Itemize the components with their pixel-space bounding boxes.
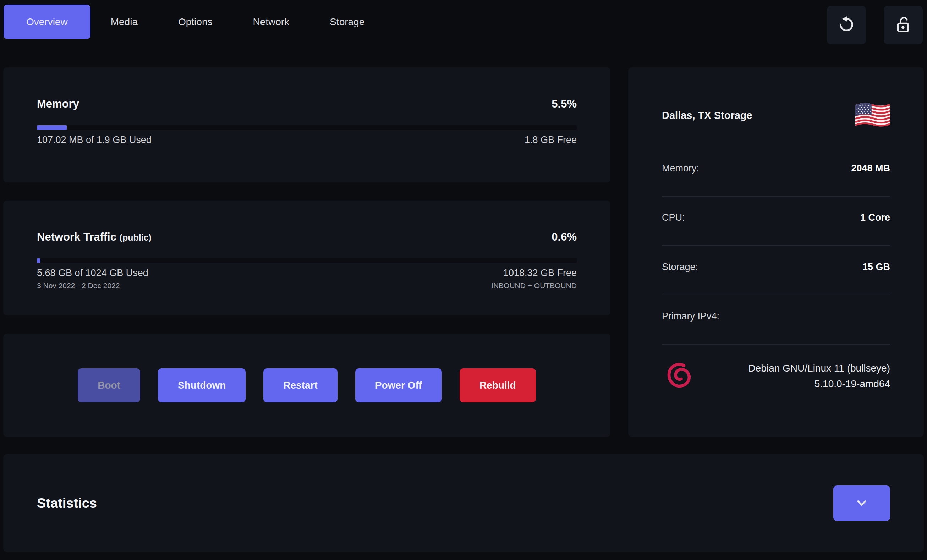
info-value: 2048 MB: [851, 163, 890, 174]
memory-title: Memory: [37, 97, 79, 110]
statistics-expand-button[interactable]: [833, 486, 890, 521]
info-row-primary-ipv4: Primary IPv4:: [662, 295, 890, 344]
memory-percent: 5.5%: [552, 97, 577, 110]
refresh-icon: [837, 15, 856, 35]
network-free-subtext: INBOUND + OUTBOUND: [491, 281, 577, 290]
network-date-range: 3 Nov 2022 - 2 Dec 2022: [37, 281, 120, 290]
info-label: Primary IPv4:: [662, 311, 719, 322]
memory-card: Memory 5.5% 107.02 MB of 1.9 GB Used 1.8…: [3, 67, 611, 182]
network-percent: 0.6%: [552, 231, 577, 243]
os-name: Debian GNU/Linux 11 (bullseye): [697, 361, 890, 376]
boot-button[interactable]: Boot: [78, 368, 140, 402]
statistics-card: Statistics: [3, 454, 924, 552]
os-info: Debian GNU/Linux 11 (bullseye) 5.10.0-19…: [662, 358, 890, 394]
memory-free-text: 1.8 GB Free: [524, 135, 577, 146]
info-row-memory: Memory: 2048 MB: [662, 147, 890, 197]
info-value: 15 GB: [862, 261, 890, 273]
info-label: Storage:: [662, 261, 698, 273]
tab-storage[interactable]: Storage: [310, 5, 385, 39]
tab-overview[interactable]: Overview: [3, 5, 91, 39]
network-progress-fill: [37, 258, 40, 263]
network-progress-track: [37, 258, 577, 263]
statistics-title: Statistics: [37, 496, 97, 511]
info-value: 1 Core: [860, 212, 890, 223]
memory-used-text: 107.02 MB of 1.9 GB Used: [37, 135, 152, 146]
info-label: CPU:: [662, 212, 685, 223]
network-title-main: Network Traffic: [37, 231, 116, 243]
network-title-suffix: (public): [120, 232, 152, 242]
power-actions-card: Boot Shutdown Restart Power Off Rebuild: [3, 334, 611, 437]
info-row-storage: Storage: 15 GB: [662, 246, 890, 295]
network-used-text: 5.68 GB of 1024 GB Used: [37, 267, 148, 279]
tab-media[interactable]: Media: [91, 5, 158, 39]
shutdown-button[interactable]: Shutdown: [158, 368, 246, 402]
debian-icon: [662, 358, 697, 394]
info-label: Memory:: [662, 163, 699, 174]
tab-options[interactable]: Options: [158, 5, 233, 39]
power-off-button[interactable]: Power Off: [355, 368, 442, 402]
network-traffic-card: Network Traffic (public) 0.6% 5.68 GB of…: [3, 200, 611, 316]
memory-progress-track: [37, 125, 577, 130]
network-title: Network Traffic (public): [37, 231, 152, 243]
os-kernel: 5.10.0-19-amd64: [697, 376, 890, 392]
topbar-actions: [827, 6, 923, 44]
tab-network[interactable]: Network: [233, 5, 310, 39]
server-location-title: Dallas, TX Storage: [662, 110, 752, 121]
memory-progress-fill: [37, 125, 67, 130]
refresh-button[interactable]: [827, 6, 866, 44]
unlock-icon: [894, 15, 912, 35]
chevron-down-icon: [854, 495, 869, 512]
rebuild-button[interactable]: Rebuild: [460, 368, 536, 402]
us-flag-icon: [855, 101, 890, 129]
top-navigation: Overview Media Options Network Storage: [0, 0, 927, 50]
server-info-card: Dallas, TX Storage: [628, 67, 924, 437]
restart-button[interactable]: Restart: [263, 368, 337, 402]
info-row-cpu: CPU: 1 Core: [662, 197, 890, 246]
tab-bar: Overview Media Options Network Storage: [3, 5, 385, 39]
network-free-text: 1018.32 GB Free: [503, 267, 577, 279]
unlock-button[interactable]: [884, 6, 923, 44]
